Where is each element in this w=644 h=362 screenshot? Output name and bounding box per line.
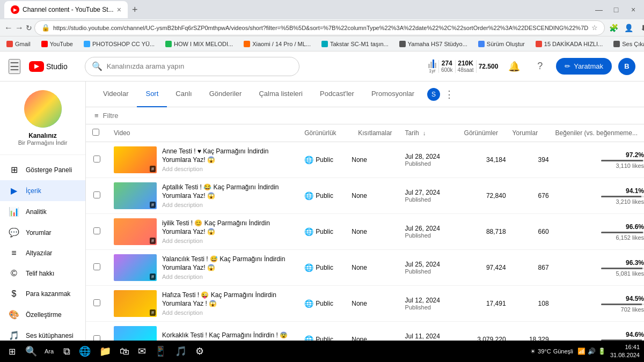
tab-promotions[interactable]: Promosyonlar (363, 82, 423, 107)
video-thumbnail[interactable]: # (114, 290, 157, 317)
video-thumbnail[interactable]: # (114, 146, 157, 173)
taskbar-search[interactable]: 🔍 (22, 344, 40, 358)
video-title[interactable]: Aptallık Testi ! 😂 Kaç Parmağını İndirdi… (162, 183, 291, 200)
hamburger-menu[interactable]: ☰ (9, 59, 20, 74)
bookmark-takstar[interactable]: Takstar SC-M1 taşın... (319, 40, 391, 48)
video-thumbnail[interactable]: # (114, 218, 157, 245)
sidebar: Kanalınız Bir Parmağını İndir ⊞ Gösterge… (0, 82, 86, 362)
bookmark-gmail[interactable]: Gmail (4, 40, 33, 48)
tab-filter-button[interactable]: S (427, 88, 440, 101)
tab-podcasts[interactable]: Podcast'ler (311, 82, 363, 107)
start-button[interactable]: ⊞ (4, 346, 20, 357)
views-value: 17,491 (486, 300, 506, 307)
extensions-button[interactable]: 🧩 (607, 21, 620, 34)
profile-button[interactable]: 👤 (622, 21, 635, 34)
tab-playlists[interactable]: Çalma listeleri (250, 82, 311, 107)
bookmark-ses[interactable]: Ses Çıkarıcı ve İzola... (611, 40, 644, 48)
video-title[interactable]: Hafıza Testi ! 😜 Kaç Parmağını İndirdin … (162, 291, 291, 308)
address-bar[interactable]: 🔒 https://studio.youtube.com/channel/UC-… (34, 20, 605, 35)
row-checkbox[interactable] (93, 263, 100, 270)
row-date-cell: Jul 26, 2024 Published (399, 214, 458, 250)
row-checkbox[interactable] (93, 299, 100, 306)
select-all-checkbox[interactable] (92, 129, 99, 136)
forward-button[interactable]: → (15, 21, 24, 34)
row-checkbox[interactable] (93, 156, 100, 162)
sidebar-item-content[interactable]: ▶ İçerik (0, 180, 85, 201)
help-button[interactable]: ? (530, 57, 550, 76)
row-video-cell: # Anne Testi ! ♥ Kaç Parmağını İndirdin … (107, 142, 298, 178)
tray-time[interactable]: 16:41 31.08.2024 (610, 343, 640, 360)
taskbar-app3-icon[interactable]: ⚙ (192, 344, 207, 358)
channel-avatar[interactable] (24, 90, 62, 128)
sidebar-item-monetize[interactable]: $ Para kazanmak (0, 284, 85, 304)
reload-button[interactable]: ↻ (26, 21, 32, 34)
tab-videos[interactable]: Videolar (94, 82, 137, 107)
filter-input[interactable] (103, 112, 635, 120)
video-description[interactable]: Add description (162, 166, 291, 172)
video-title[interactable]: iyilik Testi ! 😊 Kaç Parmağını İndirdin … (162, 219, 291, 236)
maximize-button[interactable]: □ (610, 3, 623, 16)
likes-content: 94.1% 3,210 likes (549, 187, 644, 205)
new-tab-button[interactable]: + (130, 4, 140, 16)
globe-icon: 🌐 (304, 191, 313, 200)
close-button[interactable]: × (627, 3, 640, 16)
notifications-button[interactable]: 🔔 (504, 57, 524, 76)
tab-short[interactable]: Sort (137, 82, 167, 107)
row-date-cell: Jul 25, 2024 Published (399, 250, 458, 286)
sidebar-item-copyright[interactable]: © Telif hakkı (0, 263, 85, 284)
row-checkbox[interactable] (93, 227, 100, 234)
table-row: # Hafıza Testi ! 😜 Kaç Parmağını İndirdi… (86, 286, 644, 322)
header-date[interactable]: Tarih ↓ (399, 124, 458, 142)
filter-icon[interactable]: ≡ (94, 112, 99, 120)
download-button[interactable]: ⬇ (637, 21, 644, 34)
tab-close-btn[interactable]: × (117, 5, 121, 14)
sidebar-item-comments[interactable]: 💬 Yorumlar (0, 222, 85, 243)
taskbar-mail-icon[interactable]: ✉ (135, 344, 149, 358)
bookmark-photoshop[interactable]: PHOTOSHOP CC YÜ... (82, 40, 157, 48)
taskbar-explorer-icon[interactable]: 📁 (96, 344, 114, 358)
table-row: # Anne Testi ! ♥ Kaç Parmağını İndirdin … (86, 142, 644, 178)
video-title[interactable]: Anne Testi ! ♥ Kaç Parmağını İndirdin Yo… (162, 147, 291, 164)
tab-more-button[interactable]: ⋮ (444, 88, 454, 100)
row-video-cell: # Yalancılık Testi ! 😅 Kaç Parmağını İnd… (107, 250, 298, 286)
video-description[interactable]: Add description (162, 238, 291, 244)
globe-icon: 🌐 (304, 156, 313, 164)
bookmark-surum[interactable]: Sürüm Oluştur (476, 40, 527, 48)
bookmark-youtube[interactable]: YouTube (39, 40, 75, 48)
video-thumbnail[interactable]: # (114, 254, 157, 281)
video-description[interactable]: Add description (162, 274, 291, 280)
video-thumbnail[interactable]: # (114, 182, 157, 209)
tab-live[interactable]: Canlı (167, 82, 200, 107)
yt-studio-logo[interactable]: ▶ Studio (29, 61, 68, 72)
sidebar-item-subtitles[interactable]: ≡ Altyazılar (0, 243, 85, 263)
bookmark-yamaha[interactable]: Yamaha HS7 Stüdyo... (397, 40, 470, 48)
minimize-button[interactable]: — (592, 3, 605, 16)
active-tab[interactable]: ▶ Channel content - YouTube St... × (4, 1, 128, 18)
sidebar-item-analytics[interactable]: 📊 Analitik (0, 201, 85, 222)
back-button[interactable]: ← (4, 21, 13, 34)
taskbar-store-icon[interactable]: 🛍 (116, 345, 133, 358)
tab-posts[interactable]: Gönderiler (201, 82, 251, 107)
taskbar-edge-icon[interactable]: 🌐 (76, 344, 94, 358)
bookmark-15dk[interactable]: 15 DAKİKADA HIZLI... (533, 40, 605, 48)
taskbar-app1-icon[interactable]: 📱 (151, 344, 170, 358)
bookmarks-bar: Gmail YouTube PHOTOSHOP CC YÜ... HOW I M… (0, 36, 644, 51)
app-container: ☰ ▶ Studio 🔍 (0, 51, 644, 362)
sidebar-item-dashboard[interactable]: ⊞ Gösterge Paneli (0, 159, 85, 180)
search-input[interactable] (107, 62, 292, 70)
bookmark-xiaomi[interactable]: Xiaomi / 14 Pro / ML... (241, 40, 313, 48)
likes-bar (601, 196, 644, 197)
video-description[interactable]: Add description (162, 309, 291, 316)
video-title[interactable]: Korkaklık Testi ! Kaç Parmağını İndirdin… (162, 331, 291, 340)
taskbar-view-icon[interactable]: ⧉ (60, 345, 74, 358)
video-title[interactable]: Yalancılık Testi ! 😅 Kaç Parmağını İndir… (162, 255, 291, 272)
create-button[interactable]: ✏ Yaratmak (556, 58, 612, 75)
star-icon[interactable]: ☆ (591, 24, 598, 32)
bookmark-mix[interactable]: HOW I MIX MELODI... (163, 40, 235, 48)
row-checkbox[interactable] (93, 191, 100, 198)
video-description[interactable]: Add description (162, 202, 291, 208)
search-wrapper[interactable]: 🔍 (85, 57, 299, 76)
taskbar-app2-icon[interactable]: 🎵 (172, 344, 190, 358)
sidebar-item-customize[interactable]: 🎨 Özelleştirme (0, 304, 85, 325)
avatar[interactable]: B (618, 58, 635, 75)
